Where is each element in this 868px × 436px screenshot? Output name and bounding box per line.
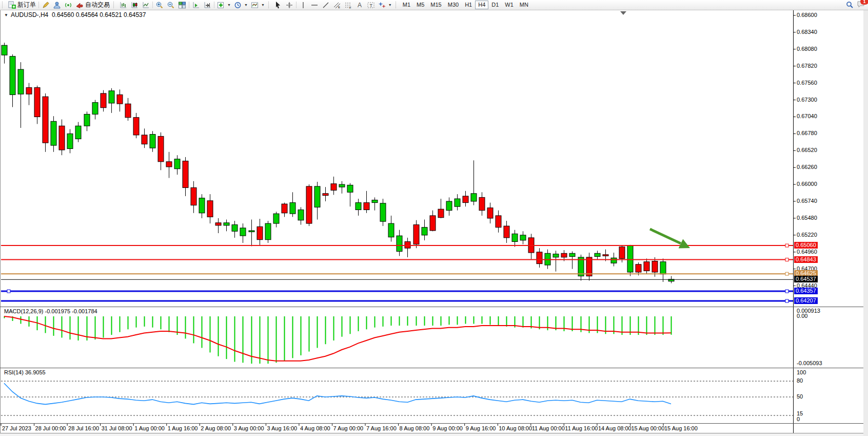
candle-body [257, 226, 263, 239]
fibonacci-tool-button[interactable]: F [343, 1, 354, 9]
chart-shift-marker-icon [620, 11, 626, 15]
dropdown-caret-icon: ▼ [261, 3, 265, 7]
svg-text:E: E [338, 6, 340, 9]
toolbar-grip[interactable] [268, 2, 271, 8]
dropdown-caret-icon: ▼ [388, 3, 392, 7]
zoom-in-button[interactable] [154, 1, 165, 9]
candle-body [512, 234, 518, 241]
toolbar-grip[interactable] [396, 2, 398, 8]
arrows-tool-button[interactable]: ▼ [377, 1, 393, 9]
line-handle[interactable] [785, 244, 788, 247]
horizontal-line-tool-button[interactable] [309, 1, 320, 9]
candle-body [339, 184, 345, 187]
line-handle[interactable] [785, 258, 788, 261]
line-handle[interactable] [7, 290, 10, 293]
price-axis-label: 0.67040 [797, 113, 817, 119]
equidistant-channel-tool-button[interactable]: E [331, 1, 343, 9]
time-axis-label: 15 Aug 00:00 [631, 425, 664, 431]
macd-signal-line [4, 316, 671, 361]
timeframe-button-M30[interactable]: M30 [445, 1, 462, 9]
candle-body [636, 264, 641, 272]
line-handle[interactable] [785, 290, 788, 293]
line-handle[interactable] [785, 299, 788, 302]
cursor-icon [274, 1, 282, 9]
candle-body [397, 236, 402, 251]
auto-scroll-button[interactable] [190, 1, 202, 9]
candle-body [282, 204, 287, 213]
time-axis-label: 7 Aug 16:00 [366, 425, 397, 431]
candle-body [306, 186, 312, 223]
autotrading-button[interactable]: 自动交易 [74, 1, 111, 9]
candle-body [125, 104, 131, 118]
toolbar-grip[interactable] [2, 2, 5, 8]
window-right-edge [863, 10, 868, 436]
svg-text:F: F [349, 6, 351, 9]
vertical-line-tool-button[interactable] [298, 1, 309, 9]
candle-body [561, 253, 567, 257]
rsi-axis-label: 80 [797, 377, 803, 384]
toolbar-grip[interactable] [113, 2, 116, 8]
chart-shift-button[interactable] [202, 1, 213, 9]
chart-ohlc-values: 0.64560 0.64564 0.64521 0.64537 [52, 11, 146, 18]
candle-body [388, 223, 394, 237]
line-chart-button[interactable] [140, 1, 151, 9]
price-tag: 0.65060 [794, 242, 818, 249]
candle-body [504, 226, 509, 238]
text-tool-button[interactable]: A [354, 1, 365, 9]
bar-chart-button[interactable] [117, 1, 129, 9]
time-axis-label: 31 Jul 08:00 [102, 425, 132, 431]
timeframe-button-W1[interactable]: W1 [502, 1, 517, 9]
candle-body [59, 126, 65, 150]
candle-body [380, 203, 386, 221]
zoom-out-icon [167, 1, 175, 9]
timeframe-button-H1[interactable]: H1 [462, 1, 475, 9]
candle-body [463, 196, 468, 203]
candle-body [364, 203, 369, 210]
price-axis-label: 0.66780 [797, 130, 817, 136]
search-icon[interactable] [846, 1, 854, 9]
new-order-icon [8, 1, 16, 9]
text-label-tool-button[interactable]: T [365, 1, 377, 9]
time-axis-label: 28 Jul 16:00 [68, 425, 99, 431]
svg-text:T: T [369, 3, 372, 8]
candle-body [109, 91, 114, 103]
timeframe-button-M15[interactable]: M15 [427, 1, 444, 9]
toolbar-separator [189, 2, 189, 8]
timeframe-button-D1[interactable]: D1 [488, 1, 502, 9]
chart-title-collapse-icon[interactable]: ▼ [4, 13, 8, 17]
mql5-community-button[interactable] [51, 1, 63, 9]
templates-button[interactable]: ▼ [249, 1, 266, 9]
timeframe-button-H4[interactable]: H4 [475, 1, 488, 9]
metaeditor-button[interactable] [40, 1, 51, 9]
cursor-tool-button[interactable] [272, 1, 284, 9]
main-toolbar: 新订单 自动交易 ▼ ▼ ▼ E F A T ▼ [0, 0, 868, 10]
candle-body [133, 118, 139, 135]
toolbar-separator [152, 2, 153, 8]
tile-windows-button[interactable] [176, 1, 188, 9]
chart-canvas[interactable] [0, 0, 868, 436]
timeframe-button-M5[interactable]: M5 [413, 1, 427, 9]
candle-body [191, 187, 196, 205]
chat-button[interactable]: 1 [857, 1, 865, 10]
candlestick-chart-button[interactable] [129, 1, 140, 9]
price-axis-label: 0.66520 [797, 147, 817, 153]
new-order-button[interactable]: 新订单 [6, 1, 37, 9]
price-axis-label: 0.68340 [797, 29, 817, 35]
line-handle[interactable] [785, 272, 788, 275]
trendline-tool-button[interactable] [320, 1, 331, 9]
signals-button[interactable] [63, 1, 74, 9]
time-axis-label: 1 Aug 16:00 [168, 425, 198, 431]
macd-layer [4, 316, 672, 364]
crosshair-tool-button[interactable] [284, 1, 295, 9]
mt4-terminal-window: 新订单 自动交易 ▼ ▼ ▼ E F A T ▼ [0, 0, 868, 436]
candle-body [471, 194, 477, 201]
candle-body [595, 253, 600, 256]
timeframe-button-MN[interactable]: MN [517, 1, 531, 9]
macd-axis-label: -0.005093 [797, 360, 822, 366]
price-axis-label: 0.67820 [797, 63, 817, 69]
periods-button[interactable]: ▼ [232, 1, 249, 9]
indicators-button[interactable]: ▼ [215, 1, 232, 9]
timeframe-button-M1[interactable]: M1 [400, 1, 413, 9]
zoom-out-button[interactable] [165, 1, 176, 9]
window-bottom-edge [0, 433, 863, 436]
